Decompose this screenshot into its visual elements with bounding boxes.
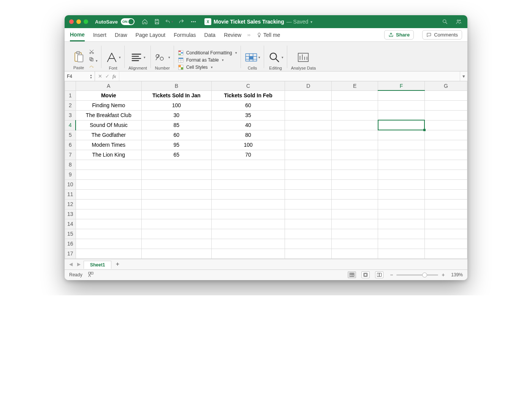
cell-D4[interactable] [285,120,331,130]
cell-C12[interactable] [211,199,285,209]
row-header-5[interactable]: 5 [65,130,76,140]
share-button[interactable]: Share [384,30,414,40]
row-header-17[interactable]: 17 [65,249,76,258]
cell-B11[interactable] [142,189,212,199]
chevron-down-icon[interactable]: ▾ [310,20,312,24]
row-header-3[interactable]: 3 [65,110,76,120]
cell-E10[interactable] [331,179,378,189]
format-as-table-button[interactable]: Format as Table▾ [178,57,224,63]
cell-F14[interactable] [378,219,424,229]
cell-B6[interactable]: 95 [142,140,212,150]
cell-B4[interactable]: 85 [142,120,212,130]
cell-C1[interactable]: Tickets Sold In Feb [211,90,285,100]
cell-E14[interactable] [331,219,378,229]
cell-F10[interactable] [378,179,424,189]
cell-B8[interactable] [142,160,212,170]
cell-F17[interactable] [378,249,424,258]
cell-E5[interactable] [331,130,378,140]
cell-C2[interactable]: 60 [211,100,285,110]
cell-C3[interactable]: 35 [211,110,285,120]
group-cells[interactable]: ▾ Cells [241,43,264,70]
cell-D11[interactable] [285,189,331,199]
zoom-out-button[interactable]: − [389,272,394,278]
people-icon[interactable] [454,17,463,26]
cell-F12[interactable] [378,199,424,209]
search-icon[interactable] [441,17,449,26]
cell-C11[interactable] [211,189,285,199]
view-page-layout-icon[interactable] [361,271,370,278]
sheet-tab-active[interactable]: Sheet1 [84,261,111,269]
row-header-9[interactable]: 9 [65,170,76,179]
row-header-6[interactable]: 6 [65,140,76,150]
tab-page-layout[interactable]: Page Layout [136,29,166,41]
cell-E17[interactable] [331,249,378,258]
cell-D2[interactable] [285,100,331,110]
cell-A6[interactable]: Modern Times [76,140,141,150]
cell-D3[interactable] [285,110,331,120]
cell-B14[interactable] [142,219,212,229]
cancel-formula-icon[interactable]: ✕ [98,73,102,79]
accept-formula-icon[interactable]: ✓ [105,73,109,79]
cell-G9[interactable] [424,170,467,179]
cell-F8[interactable] [378,160,424,170]
cell-A1[interactable]: Movie [76,90,141,100]
cell-E2[interactable] [331,100,378,110]
formula-input[interactable] [119,71,460,81]
group-number[interactable]: ▾ Number [151,43,174,70]
cell-D14[interactable] [285,219,331,229]
cell-E16[interactable] [331,239,378,249]
cell-B9[interactable] [142,170,212,179]
zoom-value[interactable]: 139% [451,272,463,277]
undo-icon[interactable]: ▾ [165,17,173,26]
cell-C15[interactable] [211,229,285,239]
row-header-13[interactable]: 13 [65,209,76,219]
maximize-icon[interactable] [84,19,88,24]
cell-A8[interactable] [76,160,141,170]
autosave-switch[interactable]: ON [121,18,135,25]
cell-B2[interactable]: 100 [142,100,212,110]
cell-D16[interactable] [285,239,331,249]
column-header-B[interactable]: B [142,81,212,90]
cell-A17[interactable] [76,249,141,258]
minimize-icon[interactable] [76,19,81,24]
tab-draw[interactable]: Draw [115,29,127,41]
cell-F3[interactable] [378,110,424,120]
zoom-slider[interactable]: − + [389,272,446,278]
cell-G13[interactable] [424,209,467,219]
cell-G14[interactable] [424,219,467,229]
cut-icon[interactable] [88,49,98,55]
cell-G10[interactable] [424,179,467,189]
row-header-2[interactable]: 2 [65,100,76,110]
add-sheet-button[interactable]: + [113,261,122,268]
cell-F6[interactable] [378,140,424,150]
group-font[interactable]: ▾ Font [101,43,125,70]
cell-F5[interactable] [378,130,424,140]
format-painter-icon[interactable] [88,64,98,70]
cell-C4[interactable]: 40 [211,120,285,130]
cell-E1[interactable] [331,90,378,100]
expand-formula-icon[interactable]: ▾ [460,71,467,81]
tab-formulas[interactable]: Formulas [174,29,196,41]
tell-me[interactable]: Tell me [256,29,280,41]
redo-icon[interactable] [177,17,185,26]
column-header-E[interactable]: E [331,81,378,90]
spreadsheet[interactable]: ABCDEFG 1MovieTickets Sold In JanTickets… [65,81,467,259]
close-icon[interactable] [69,19,74,24]
column-header-D[interactable]: D [285,81,331,90]
zoom-in-button[interactable]: + [440,272,446,278]
cell-G3[interactable] [424,110,467,120]
row-header-1[interactable]: 1 [65,90,76,100]
view-page-break-icon[interactable] [375,271,383,278]
cell-G4[interactable] [424,120,467,130]
cell-A9[interactable] [76,170,141,179]
cell-D17[interactable] [285,249,331,258]
cell-A7[interactable]: The Lion King [76,150,141,160]
cell-B12[interactable] [142,199,212,209]
fx-icon[interactable]: fx [112,73,116,79]
cell-D13[interactable] [285,209,331,219]
document-title[interactable]: X Movie Ticket Sales Tracking — Saved ▾ [204,18,312,25]
cell-G6[interactable] [424,140,467,150]
conditional-formatting-button[interactable]: Conditional Formatting▾ [178,50,237,56]
cell-E3[interactable] [331,110,378,120]
cell-styles-button[interactable]: Cell Styles▾ [178,64,213,70]
